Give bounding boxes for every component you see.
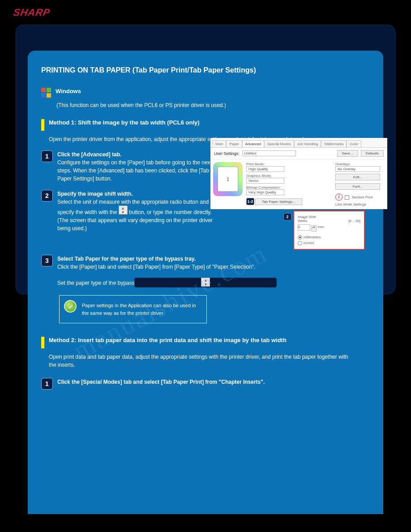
info-icon: i [335, 193, 342, 201]
radio-mm[interactable] [298, 235, 302, 240]
bitmap-dropdown[interactable]: Very High Quality [246, 189, 284, 195]
page-title: PRINTING ON TAB PAPER (Tab Paper Print/T… [41, 66, 370, 74]
tab-color[interactable]: Color [347, 140, 361, 147]
step-number-3: 3 [41, 255, 53, 266]
windows-heading: Windows [56, 88, 81, 94]
method2-body: Open print data and tab paper data, adju… [49, 353, 353, 369]
step-number-1: 1 [41, 150, 53, 162]
defaults-button[interactable]: Defaults [361, 150, 384, 157]
step1-text: Click the [Advanced] tab. Configure the … [57, 150, 214, 183]
tip-icon [64, 300, 77, 313]
tab-advanced[interactable]: Advanced [242, 140, 265, 147]
overlays-dropdown[interactable]: No Overlay [335, 166, 380, 172]
page-updown-icon[interactable]: ▴▾ [201, 278, 210, 287]
step-number-2: 2 [41, 190, 53, 202]
user-settings-row: User Settings: Untitled Save... Defaults [210, 148, 387, 159]
width-spinner[interactable]: ▴▾ [311, 225, 317, 232]
dialog-tabbar: Main Paper Advanced Special Modes Job Ha… [210, 138, 387, 148]
tandem-label: Tandem Print [351, 195, 372, 199]
linewidth-label: Line Width Settings [335, 202, 385, 206]
font-button[interactable]: Font... [335, 183, 380, 190]
print-mode-label: Print Mode: [246, 162, 332, 166]
graphics-mode-dropdown[interactable]: Vector [246, 178, 284, 184]
radio-mm-label: millimeters [304, 235, 321, 239]
edit-button[interactable]: Edit... [335, 174, 380, 180]
bitmap-label: Bitmap Compression: [246, 185, 332, 189]
tab-job-handling[interactable]: Job Handling [294, 140, 321, 147]
tip-text: Paper settings in the Application can al… [82, 303, 196, 316]
method2-marker [41, 337, 44, 348]
user-settings-dropdown[interactable]: Untitled [242, 150, 296, 156]
image-shift-popup: 2 Image Shift Width: [0 .. 20] 0 ▴▾ mm. … [293, 210, 365, 250]
overlays-label: Overlays: [335, 162, 385, 166]
tip-box: Paper settings in the Application can al… [59, 295, 207, 323]
radio-in[interactable] [298, 241, 302, 245]
preview-page-number: 1 [218, 167, 238, 192]
tab-main[interactable]: Main [212, 140, 226, 147]
dialog-right-col: Overlays: No Overlay Edit... Font... i T… [335, 162, 385, 206]
windows-note: (This function can be used when the PCL6… [56, 101, 370, 109]
tandem-checkbox[interactable] [345, 195, 349, 200]
popup-width-label: Width: [298, 219, 308, 223]
page-nav-bar: ▴▾ [134, 278, 277, 287]
width-input[interactable]: 0 [298, 224, 310, 231]
callout-1b: 1-2 [246, 198, 254, 205]
popup-range: [0 .. 20] [348, 219, 360, 223]
popup-title: Image Shift [298, 215, 360, 219]
method1-heading: Method 1: Shift the image by the tab wid… [49, 119, 200, 126]
popup-unit: mm. [317, 225, 325, 229]
tab-watermarks[interactable]: Watermarks [321, 140, 347, 147]
brand-logo: SHARP [13, 7, 51, 18]
step2-text: Specify the image shift width. Select th… [57, 190, 214, 232]
radio-in-label: inches [304, 241, 314, 245]
tab-paper-settings-button[interactable]: Tab Paper Settings... [255, 198, 302, 205]
step-number-m2-1: 1 [41, 378, 53, 390]
tab-paper[interactable]: Paper [226, 140, 242, 147]
step-m2-1-text: Click the [Special Modes] tab and select… [57, 378, 265, 386]
dialog-screenshot: Main Paper Advanced Special Modes Job Ha… [210, 138, 387, 209]
method1-marker [41, 119, 44, 131]
dialog-body: 1 Print Mode: High Quality Graphics Mode… [210, 159, 387, 209]
windows-icon [41, 88, 52, 99]
dialog-mid-col: Print Mode: High Quality Graphics Mode: … [246, 162, 332, 206]
graphics-mode-label: Graphics Mode: [246, 174, 332, 178]
spinner-icon: ▴▾ [119, 206, 128, 215]
method2-heading: Method 2: Insert tab paper data into the… [49, 337, 287, 343]
print-mode-dropdown[interactable]: High Quality [246, 166, 284, 172]
user-settings-label: User Settings: [214, 151, 240, 156]
page-preview: 1 [213, 162, 243, 196]
save-button[interactable]: Save... [337, 150, 358, 157]
callout-2: 2 [283, 213, 291, 220]
tab-special-modes[interactable]: Special Modes [264, 140, 294, 147]
